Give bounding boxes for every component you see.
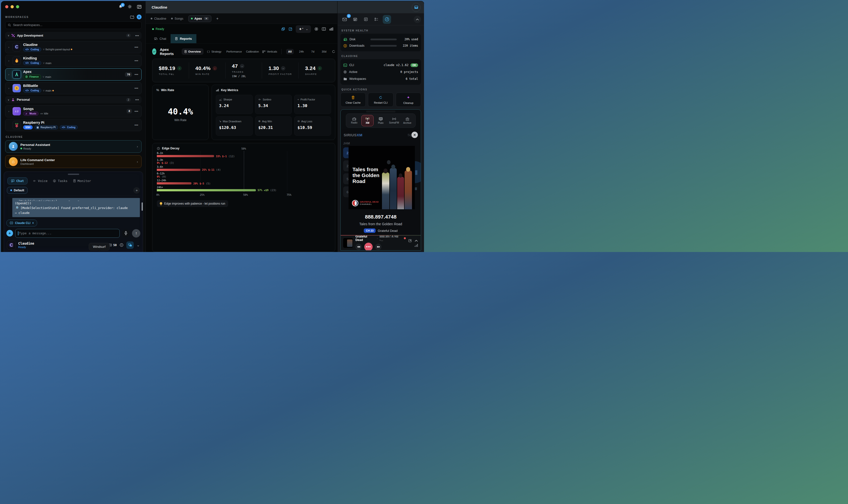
tab-songs[interactable]: Songs <box>171 17 183 20</box>
tab-voice[interactable]: Voice <box>33 179 48 183</box>
workspace-menu-button[interactable]: ••• <box>135 123 138 127</box>
group-menu-button[interactable]: ••• <box>135 34 139 37</box>
model-selector[interactable]: Claude CLI ⇳ <box>6 220 37 227</box>
workspace-menu-button[interactable]: ••• <box>135 110 138 113</box>
inbox-button[interactable] <box>412 3 420 12</box>
notes-tab[interactable] <box>362 16 370 23</box>
message-input[interactable]: Type a message... <box>15 229 120 238</box>
expand-chevron-icon[interactable]: › <box>8 73 10 76</box>
traffic-lights[interactable] <box>5 5 19 8</box>
add-session-button[interactable]: + <box>134 187 140 194</box>
add-workspace-button[interactable]: + <box>137 15 142 19</box>
workspace-menu-button[interactable]: ••• <box>135 87 138 90</box>
send-button[interactable]: ↑ <box>132 229 140 237</box>
mail-tab[interactable]: 2 <box>341 16 349 23</box>
source-radio[interactable]: Radio <box>348 115 360 126</box>
close-tab-icon[interactable]: ✕ <box>204 17 208 20</box>
chevron-down-icon[interactable]: ⌄ <box>137 243 140 247</box>
view-tab-chat[interactable]: Chat <box>150 34 171 43</box>
expand-chevron-icon[interactable]: › <box>8 46 10 49</box>
chevron-up-icon[interactable] <box>415 240 418 242</box>
range-7d[interactable]: 7d <box>309 49 316 54</box>
compose-icon[interactable] <box>289 27 292 31</box>
assistant-avatar <box>9 142 18 151</box>
bar-chart-icon[interactable] <box>329 27 333 31</box>
report-tab-strategy[interactable]: Strategy <box>207 50 222 53</box>
new-folder-icon[interactable] <box>130 15 134 19</box>
workspace-kindling[interactable]: › Kindling </> Coding ⑂ main ••• <box>5 55 142 67</box>
calendar-tab[interactable] <box>351 16 359 23</box>
new-tab-button[interactable]: + <box>216 16 219 21</box>
refresh-icon[interactable] <box>332 50 335 53</box>
search-workspaces-input[interactable]: Search workspaces... <box>5 21 142 29</box>
split-view-icon[interactable] <box>322 27 326 31</box>
group-personal[interactable]: ∨ Personal 2 ••• <box>5 96 142 103</box>
expand-chevron-icon[interactable]: › <box>8 87 10 90</box>
play-loading-button[interactable]: ••• <box>364 243 373 251</box>
workspace-raspberry-pi[interactable]: › Raspberry Pi SSH ▣ Raspberry Pi </> Co… <box>5 119 142 131</box>
insight-pill: Edge improves with patience - let positi… <box>157 200 228 207</box>
source-archive[interactable]: Archive <box>401 115 413 126</box>
workspace-billbattle[interactable]: › S BillBattle </> Coding ⑂ main ••• <box>5 82 142 94</box>
lightning-icon[interactable] <box>120 243 123 247</box>
minimize-window-button[interactable] <box>11 5 14 8</box>
notifications-bell-icon[interactable]: 4 <box>119 5 123 9</box>
expand-chevron-icon[interactable]: › <box>8 110 10 113</box>
report-tab-verticals[interactable]: Verticals <box>262 50 277 53</box>
workspace-menu-button[interactable]: ••• <box>135 73 138 76</box>
workspace-menu-button[interactable]: ••• <box>135 59 138 62</box>
tab-chat[interactable]: Chat <box>7 177 28 184</box>
workspace-menu-button[interactable]: ••• <box>135 46 138 49</box>
life-command-center-card[interactable]: ⌂ Life Command Center Dashboard › <box>5 155 142 168</box>
range-24h[interactable]: 24h <box>297 49 306 54</box>
source-somafm[interactable]: SomaFM <box>388 115 400 126</box>
view-tab-reports[interactable]: Reports <box>171 34 196 43</box>
range-30d[interactable]: 30d <box>320 49 328 54</box>
tasks-tab[interactable] <box>372 16 380 23</box>
zoom-window-button[interactable] <box>16 5 19 8</box>
chevron-down-icon[interactable]: ∨ <box>7 98 9 101</box>
session-default-pill[interactable]: Default <box>7 187 28 194</box>
source-pluto[interactable]: Pluto <box>375 115 387 126</box>
attach-button[interactable]: + <box>6 230 13 236</box>
workspace-songs[interactable]: › ♪♫ Songs ♬ Music ▭ Idle 8 ••• <box>5 105 142 118</box>
report-tab-overview[interactable]: Overview <box>181 48 204 55</box>
expand-chevron-icon[interactable]: › <box>8 59 10 62</box>
chat-log[interactable]: — [ModelSelectionState] ———— p—— —p—— (O… <box>12 198 140 217</box>
player-drag-handle[interactable] <box>366 110 396 112</box>
disabled-circle-icon[interactable] <box>314 27 318 31</box>
workspace-apex[interactable]: › Apex ⓢ Finance ⑂ main 70 ••• <box>5 68 142 80</box>
copy-icon[interactable] <box>281 27 285 31</box>
volume-icon[interactable] <box>415 244 418 247</box>
external-link-icon[interactable] <box>408 239 412 242</box>
tab-monitor[interactable]: Monitor <box>73 179 91 183</box>
group-app-development[interactable]: ∨ App Development 4 ••• <box>5 32 142 39</box>
cleanup-button[interactable]: ✦ Cleanup <box>396 93 421 107</box>
tab-apex[interactable]: Apex✕ <box>188 15 211 22</box>
chevron-down-icon[interactable]: ∨ <box>7 34 9 37</box>
close-window-button[interactable] <box>5 5 8 8</box>
drag-handle[interactable] <box>68 174 79 175</box>
personal-assistant-card[interactable]: Personal Assistant Ready › <box>5 140 142 153</box>
report-tab-performance[interactable]: Performance <box>225 50 241 53</box>
tab-claudine[interactable]: Claudine <box>151 17 166 20</box>
mic-button[interactable] <box>122 229 130 237</box>
workspace-claudine[interactable]: › C Claudine </> Coding ⑂ fix/right-pane… <box>5 41 142 53</box>
group-menu-button[interactable]: ••• <box>135 98 139 102</box>
restart-cli-button[interactable]: Restart CLI <box>368 93 393 107</box>
picture-in-picture-button[interactable] <box>126 241 134 249</box>
collapse-panel-button[interactable] <box>414 16 421 23</box>
clear-cache-button[interactable]: Clear Cache <box>341 93 366 107</box>
tab-tasks[interactable]: Tasks <box>53 179 67 183</box>
rewind-button[interactable] <box>356 244 362 250</box>
scrollbar-thumb[interactable] <box>142 202 143 211</box>
forward-button[interactable] <box>375 244 381 250</box>
system-health-tab[interactable] <box>383 15 391 24</box>
report-tab-calibration[interactable]: Calibration <box>245 50 259 53</box>
ai-assist-button[interactable]: ✦✦ ⌄ <box>296 25 311 33</box>
source-xm[interactable]: XM <box>361 115 374 126</box>
toggle-sidebar-icon[interactable] <box>137 5 142 9</box>
settings-gear-icon[interactable] <box>127 4 132 9</box>
range-all[interactable]: All <box>286 49 294 54</box>
close-overlay-button[interactable]: ✕ <box>412 132 418 138</box>
